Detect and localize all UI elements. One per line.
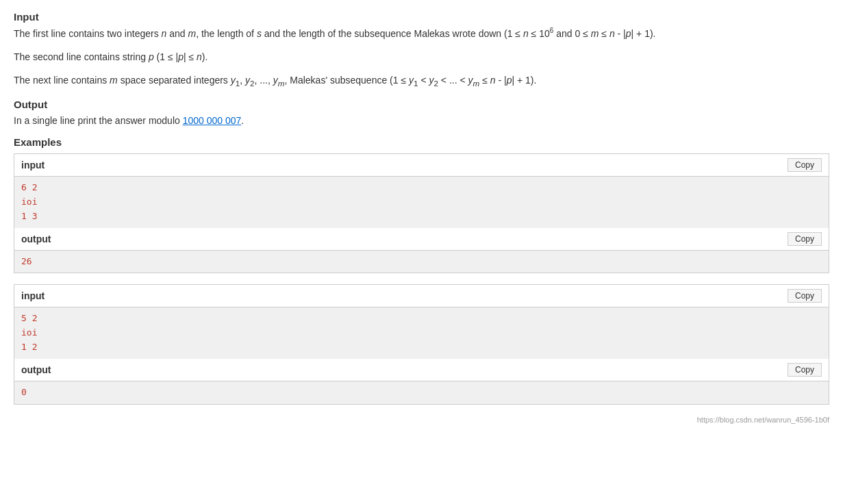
modulo-link[interactable]: 1000 000 007 bbox=[183, 115, 242, 126]
example-block-1: input Copy 6 2 ioi 1 3 output Copy 26 bbox=[14, 153, 829, 273]
example-2-output-header: output Copy bbox=[14, 359, 829, 381]
example-2-input-header: input Copy bbox=[14, 285, 829, 307]
example-1-output-label: output bbox=[21, 234, 51, 244]
input-paragraph-2: The second line contains string p (1 ≤ |… bbox=[14, 49, 829, 64]
input-paragraph-3: The next line contains m space separated… bbox=[14, 73, 829, 90]
copy-button-2-input[interactable]: Copy bbox=[788, 289, 822, 303]
output-text: In a single line print the answer modulo bbox=[14, 115, 183, 126]
example-1-input-header: input Copy bbox=[14, 154, 829, 177]
example-2-line-1: 5 2 bbox=[21, 312, 822, 326]
input-title: Input bbox=[14, 11, 829, 23]
copy-button-2-output[interactable]: Copy bbox=[788, 363, 822, 377]
example-1-input-label: input bbox=[21, 160, 45, 171]
example-1-output-body: 26 bbox=[14, 251, 829, 273]
example-1-line-3: 1 3 bbox=[21, 210, 822, 224]
input-paragraph-1: The first line contains two integers n a… bbox=[14, 25, 829, 41]
example-block-2: input Copy 5 2 ioi 1 2 output Copy 0 bbox=[14, 284, 829, 404]
output-paragraph: In a single line print the answer modulo… bbox=[14, 113, 829, 128]
examples-section: Examples input Copy 6 2 ioi 1 3 output C… bbox=[14, 136, 829, 404]
output-section: Output In a single line print the answer… bbox=[14, 99, 829, 128]
example-1-output-header: output Copy bbox=[14, 228, 829, 251]
input-section: Input The first line contains two intege… bbox=[14, 11, 829, 90]
footer-note: https://blog.csdn.net/wanrun_4596-1b0f bbox=[14, 416, 829, 424]
example-1-output-value: 26 bbox=[21, 255, 822, 269]
example-2-output-body: 0 bbox=[14, 381, 829, 404]
example-1-line-2: ioi bbox=[21, 195, 822, 210]
examples-title: Examples bbox=[14, 136, 829, 148]
example-2-input-body: 5 2 ioi 1 2 bbox=[14, 307, 829, 358]
example-1-line-1: 6 2 bbox=[21, 181, 822, 195]
example-2-line-3: 1 2 bbox=[21, 340, 822, 355]
example-2-line-2: ioi bbox=[21, 326, 822, 340]
output-suffix: . bbox=[241, 115, 244, 126]
example-2-output-label: output bbox=[21, 364, 51, 375]
example-2-input-label: input bbox=[21, 290, 45, 301]
output-title: Output bbox=[14, 99, 829, 110]
example-2-output-value: 0 bbox=[21, 386, 822, 400]
example-1-input-body: 6 2 ioi 1 3 bbox=[14, 177, 829, 227]
copy-button-1-input[interactable]: Copy bbox=[788, 158, 822, 172]
copy-button-1-output[interactable]: Copy bbox=[788, 232, 822, 246]
